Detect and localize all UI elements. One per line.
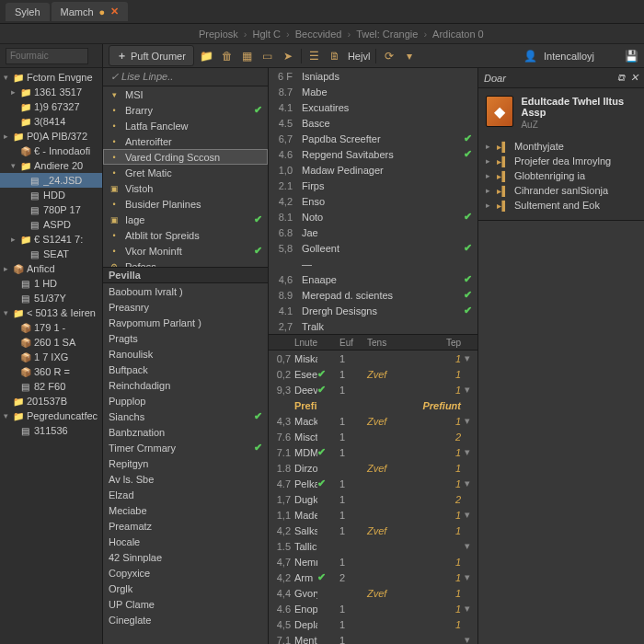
list-item[interactable]: Hocale bbox=[103, 534, 268, 549]
chevron-down-icon[interactable]: ▾ bbox=[461, 446, 474, 458]
list-item[interactable]: 8.1Noto✔ bbox=[269, 209, 477, 224]
list-item[interactable]: Reinchdadign bbox=[103, 377, 268, 393]
tree-node[interactable]: 📦179 1 - bbox=[0, 320, 102, 335]
chevron-down-icon[interactable]: ▾ bbox=[461, 571, 474, 583]
asset-thumbnail[interactable]: ◆ bbox=[486, 96, 513, 127]
list-item[interactable]: •Busider Planines bbox=[103, 196, 268, 212]
card-icon[interactable]: ▭ bbox=[260, 49, 275, 63]
chevron-down-icon[interactable]: ▾ bbox=[402, 49, 417, 63]
table-row[interactable]: 7.1Mentla1▾ bbox=[269, 632, 477, 644]
sidebar-search-input[interactable] bbox=[6, 48, 88, 64]
chevron-down-icon[interactable]: ▾ bbox=[461, 540, 474, 552]
list-item[interactable]: Av ls. Sbe bbox=[103, 471, 268, 487]
tab-1[interactable]: Mamch●✕ bbox=[52, 2, 129, 21]
list-item[interactable]: Ranoulisk bbox=[103, 346, 268, 362]
list-item[interactable]: 6 FIsniapds bbox=[269, 68, 477, 84]
user-icon[interactable]: 👤 bbox=[523, 49, 538, 63]
tree-node[interactable]: 📦360 R = bbox=[0, 364, 102, 379]
list-item[interactable]: 2.1Firps bbox=[269, 178, 477, 193]
list-item[interactable]: 8.7Mabe bbox=[269, 84, 477, 99]
table-row[interactable]: 4,5Depla11 bbox=[269, 616, 477, 632]
breadcrumb-item[interactable]: Prepiosk bbox=[199, 29, 238, 40]
list-item[interactable]: 8.9Merepad d. scientes✔ bbox=[269, 287, 477, 303]
list-item[interactable]: Elzad bbox=[103, 487, 268, 502]
inspector-item[interactable]: ▸▸▌Globtenriging ia bbox=[484, 168, 638, 183]
expand-icon[interactable]: ▸ bbox=[2, 132, 9, 141]
list-item[interactable]: Preasnry bbox=[103, 299, 268, 315]
list-item[interactable]: Timer Crnmary✔ bbox=[103, 440, 268, 455]
expand-icon[interactable]: ▸ bbox=[9, 235, 17, 244]
list-item[interactable]: ▣Iage✔ bbox=[103, 212, 268, 227]
inspector-item[interactable]: ▸▸▌Sultement and Eok bbox=[484, 198, 638, 213]
table-row[interactable]: PrefiuntPrefiunt bbox=[269, 397, 477, 413]
breadcrumb-item[interactable]: Twel: Crangie bbox=[356, 29, 418, 40]
list-item[interactable]: •Anteroifter bbox=[103, 133, 268, 149]
tree-node[interactable]: ▤51/37Y bbox=[0, 291, 102, 305]
expand-icon[interactable]: ▸ bbox=[9, 87, 17, 97]
inspector-item[interactable]: ▸▸▌Monthyjate bbox=[484, 139, 638, 154]
tree-node[interactable]: ▤_24.JSD bbox=[0, 173, 102, 188]
tab-0[interactable]: Syleh bbox=[6, 3, 50, 21]
list-item[interactable]: 4.5Basce bbox=[269, 115, 477, 131]
table-row[interactable]: 9,3Deevor✔11▾ bbox=[269, 382, 477, 397]
list-item[interactable]: •Vared Crding Sccosn bbox=[103, 149, 268, 165]
list-item[interactable]: 5,8Golleent✔ bbox=[269, 240, 477, 256]
chevron-down-icon[interactable]: ▾ bbox=[461, 603, 474, 615]
tree-node[interactable]: ▤780P 17 bbox=[0, 202, 102, 217]
expand-icon[interactable]: ▾ bbox=[9, 161, 17, 170]
tree-node[interactable]: ▾📁Fctorn Envgne bbox=[0, 70, 102, 85]
list-item[interactable]: UP Clame bbox=[103, 596, 268, 612]
list-item[interactable]: 4,2Enso bbox=[269, 193, 477, 209]
breadcrumb-item[interactable]: Beccvided bbox=[295, 29, 342, 40]
list-item[interactable]: •Latfa Fanclew bbox=[103, 118, 268, 133]
tree-node[interactable]: ▸📁1361 3517 bbox=[0, 85, 102, 99]
list-item[interactable]: ▣Vistoh bbox=[103, 180, 268, 196]
list-item[interactable]: •Brarry✔ bbox=[103, 102, 268, 118]
list-item[interactable]: Baoboum Ivralt ) bbox=[103, 283, 268, 299]
tree-node[interactable]: ▤SEAT bbox=[0, 247, 102, 261]
expand-icon[interactable]: ▸ bbox=[484, 142, 491, 151]
tree-node[interactable]: 📦260 1 SA bbox=[0, 335, 102, 350]
table-row[interactable]: 1,1Madeus11▾ bbox=[269, 507, 477, 523]
list-item[interactable]: Sianchs✔ bbox=[103, 408, 268, 424]
primary-action-button[interactable]: ＋Puft Orumer bbox=[109, 45, 194, 66]
expand-icon[interactable]: ▾ bbox=[2, 308, 9, 317]
refresh-icon[interactable]: ⟳ bbox=[382, 49, 397, 63]
chevron-down-icon[interactable]: ▾ bbox=[461, 477, 474, 489]
chevron-down-icon[interactable]: ▾ bbox=[461, 415, 474, 427]
list-item[interactable]: Meciabe bbox=[103, 502, 268, 518]
list-item[interactable]: 6,7Papdba Screefter✔ bbox=[269, 131, 477, 146]
chevron-down-icon[interactable]: ▾ bbox=[461, 352, 474, 364]
inspector-item[interactable]: ▸▸▌Projefer dea Imroylng bbox=[484, 154, 638, 168]
tree-node[interactable]: 📁201537B bbox=[0, 394, 102, 408]
tree-node[interactable]: 📦1 7 IXG bbox=[0, 350, 102, 364]
list-item[interactable]: Pragts bbox=[103, 330, 268, 346]
expand-icon[interactable]: ▸ bbox=[484, 156, 491, 166]
tree-node[interactable]: ▤ASPD bbox=[0, 217, 102, 232]
arrow-right-icon[interactable]: ➤ bbox=[281, 49, 295, 63]
tree-node[interactable]: ▾📁Pegreduncatfec bbox=[0, 408, 102, 423]
list-item[interactable]: — bbox=[269, 256, 477, 271]
tree-node[interactable]: ▤311536 bbox=[0, 423, 102, 438]
inspector-item[interactable]: ▸▸▌Cihrander sanlSionja bbox=[484, 183, 638, 198]
list-item[interactable]: Orglk bbox=[103, 581, 268, 596]
table-row[interactable]: 0,7Miskarits11▾ bbox=[269, 351, 477, 366]
table-row[interactable]: 7.1MDM✔11▾ bbox=[269, 444, 477, 460]
expand-icon[interactable]: ▸ bbox=[2, 264, 9, 273]
tree-node[interactable]: ▸📦Anficd bbox=[0, 261, 102, 276]
save-icon[interactable]: 💾 bbox=[624, 49, 638, 63]
trash-icon[interactable]: 🗑 bbox=[220, 49, 235, 63]
list-item[interactable]: •Gret Matic bbox=[103, 165, 268, 180]
table-row[interactable]: 4,2Salks1Zvef1 bbox=[269, 523, 477, 538]
table-row[interactable]: 4,3Mackadebnt1Zvef1▾ bbox=[269, 413, 477, 429]
tree-node[interactable]: ▸📁€ S1241 7: bbox=[0, 232, 102, 247]
tree-node[interactable]: 📦€ - Innodaofi bbox=[0, 144, 102, 158]
list-item[interactable]: Cineglate bbox=[103, 612, 268, 627]
list-item[interactable]: 4.6Repgend Savitabers✔ bbox=[269, 146, 477, 162]
list-item[interactable]: Banbznation bbox=[103, 424, 268, 440]
list-item[interactable]: Ravpomum Parlant ) bbox=[103, 315, 268, 330]
list-item[interactable]: Preamatz bbox=[103, 518, 268, 534]
table-row[interactable]: 4,4GvoryZvef1 bbox=[269, 585, 477, 601]
expand-icon[interactable]: ▾ bbox=[2, 73, 9, 82]
expand-icon[interactable]: ▸ bbox=[484, 201, 491, 210]
